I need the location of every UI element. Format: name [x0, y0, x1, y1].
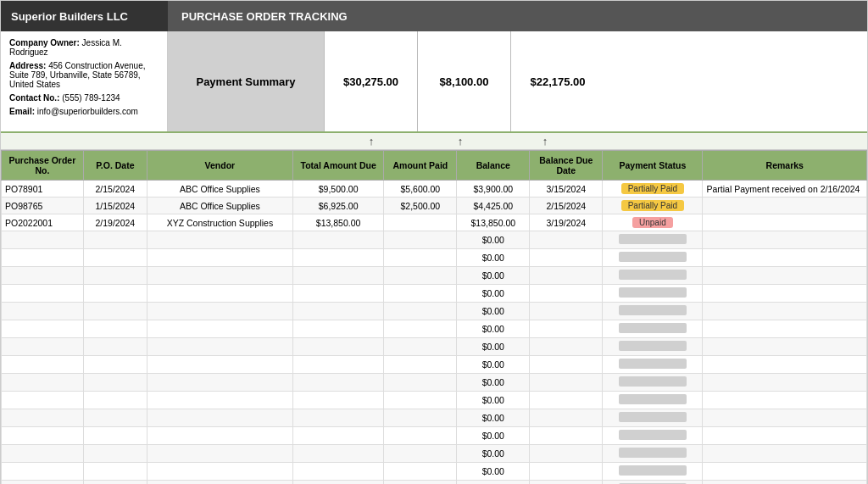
cell-po	[2, 463, 84, 481]
cell-date	[83, 481, 147, 485]
address-label: Address:	[9, 61, 46, 70]
cell-remarks	[703, 214, 867, 231]
table-row: PO2022001 2/19/2024 XYZ Construction Sup…	[2, 214, 867, 231]
table-row: PO98765 1/15/2024 ABC Office Supplies $6…	[2, 197, 867, 214]
cell-balance: $13,850.00	[457, 214, 530, 231]
cell-po	[2, 320, 84, 338]
cell-paid	[384, 409, 457, 427]
status-badge-empty	[619, 430, 687, 440]
cell-po	[2, 445, 84, 463]
cell-remarks	[703, 231, 867, 249]
cell-balance: $3,900.00	[457, 181, 530, 197]
cell-total	[292, 463, 383, 481]
status-badge: Partially Paid	[621, 183, 684, 194]
table-row: $0.00	[2, 285, 867, 303]
email-label: Email:	[9, 107, 35, 116]
cell-total	[292, 409, 383, 427]
cell-paid	[384, 320, 457, 338]
cell-total	[292, 338, 383, 356]
cell-total	[292, 427, 383, 445]
table-row: $0.00	[2, 303, 867, 320]
status-badge-empty	[619, 359, 687, 369]
cell-status	[603, 303, 703, 320]
cell-paid	[384, 214, 457, 231]
cell-vendor	[147, 374, 292, 392]
payment-summary-label: Payment Summary	[196, 75, 295, 88]
cell-balance: $0.00	[457, 320, 530, 338]
cell-paid	[384, 249, 457, 267]
cell-vendor	[147, 445, 292, 463]
cell-total	[292, 303, 383, 320]
cell-balance: $0.00	[457, 249, 530, 267]
cell-po: PO78901	[2, 181, 84, 197]
cell-date	[83, 231, 147, 249]
cell-balance: $4,425.00	[457, 197, 530, 214]
cell-paid	[384, 374, 457, 392]
cell-balance: $0.00	[457, 463, 530, 481]
cell-date	[83, 445, 147, 463]
cell-duedate	[530, 231, 603, 249]
table-row: $0.00	[2, 267, 867, 285]
cell-vendor: ABC Office Supplies	[147, 181, 292, 197]
cell-status	[603, 249, 703, 267]
cell-balance: $0.00	[457, 427, 530, 445]
cell-duedate	[530, 392, 603, 409]
cell-duedate	[530, 374, 603, 392]
cell-balance: $0.00	[457, 374, 530, 392]
address-field: Address: 456 Construction Avenue, Suite …	[9, 61, 159, 89]
contact-value: (555) 789-1234	[62, 93, 120, 103]
cell-po	[2, 481, 84, 485]
col-header-total: Total Amount Due	[292, 151, 383, 181]
cell-remarks	[703, 267, 867, 285]
cell-duedate	[530, 445, 603, 463]
summary-values: $30,275.00 $8,100.00 $22,175.00	[325, 31, 604, 131]
cell-remarks	[703, 320, 867, 338]
col-header-po: Purchase Order No.	[2, 151, 84, 181]
table-row: $0.00	[2, 320, 867, 338]
cell-duedate	[530, 356, 603, 374]
table-row: $0.00	[2, 374, 867, 392]
cell-balance: $0.00	[457, 392, 530, 409]
cell-remarks	[703, 427, 867, 445]
cell-date: 2/19/2024	[83, 214, 147, 231]
status-badge-empty	[619, 376, 687, 387]
col-header-balance: Balance	[457, 151, 530, 181]
cell-status	[603, 392, 703, 409]
col-header-vendor: Vendor	[147, 151, 292, 181]
cell-po	[2, 392, 84, 409]
table-header-row: Purchase Order No. P.O. Date Vendor Tota…	[2, 151, 867, 181]
cell-status	[603, 409, 703, 427]
contact-field: Contact No.: (555) 789-1234	[9, 93, 159, 103]
cell-paid	[384, 445, 457, 463]
status-badge-empty	[619, 394, 687, 404]
cell-balance: $0.00	[457, 267, 530, 285]
cell-vendor	[147, 463, 292, 481]
owner-label: Company Owner:	[9, 38, 80, 47]
total-amount-col: $30,275.00	[325, 31, 418, 131]
table-row: $0.00	[2, 409, 867, 427]
cell-paid	[384, 267, 457, 285]
cell-po	[2, 249, 84, 267]
summary-label-cell: Payment Summary	[168, 31, 325, 131]
arrow-total: ↑	[325, 133, 418, 149]
cell-paid	[384, 303, 457, 320]
company-info: Company Owner: Jessica M. Rodriguez Addr…	[1, 31, 168, 131]
status-badge-empty	[619, 252, 687, 262]
cell-paid	[384, 392, 457, 409]
cell-remarks	[703, 463, 867, 481]
cell-duedate	[530, 303, 603, 320]
cell-total	[292, 356, 383, 374]
table-row: $0.00	[2, 445, 867, 463]
cell-vendor	[147, 392, 292, 409]
cell-po: PO98765	[2, 197, 84, 214]
cell-paid	[384, 285, 457, 303]
cell-duedate	[530, 481, 603, 485]
cell-remarks	[703, 285, 867, 303]
status-badge-empty	[619, 448, 687, 458]
arrow-spacer-left	[1, 133, 168, 149]
page-title: PURCHASE ORDER TRACKING	[168, 1, 867, 31]
cell-po: PO2022001	[2, 214, 84, 231]
cell-total	[292, 445, 383, 463]
cell-status	[603, 356, 703, 374]
cell-total	[292, 285, 383, 303]
